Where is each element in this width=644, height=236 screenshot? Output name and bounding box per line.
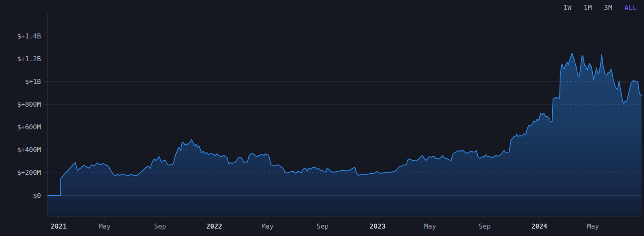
range-button-1m[interactable]: 1M [583,3,592,12]
x-axis-month-label: May [99,222,111,230]
y-axis-label: $+1.4B [17,32,41,40]
y-axis-label: $+800M [17,100,41,108]
plot-area[interactable] [48,13,642,217]
x-axis-month-label: Sep [154,222,166,230]
y-axis-label: $0 [33,192,41,200]
x-axis-year-label: 2024 [531,222,548,230]
x-axis-month-label: Sep [317,222,329,230]
y-axis-label: $+1B [25,78,41,86]
y-axis-label: $+1.2B [17,55,41,63]
range-button-3m[interactable]: 3M [603,3,613,12]
range-button-all[interactable]: ALL [624,3,637,12]
y-axis-label: $+400M [17,146,41,154]
range-selector: 1W1M3MALL [563,3,637,12]
y-axis-label: $+200M [17,169,41,176]
x-axis-month-label: May [261,222,273,230]
y-axis-label: $+600M [17,123,41,131]
x-axis-month-label: Sep [479,222,491,230]
x-axis-year-label: 2023 [370,222,386,230]
pnl-chart-panel: 1W1M3MALL $+1.4B$+1.2B$+1B$+800M$+600M$+… [0,0,644,236]
x-axis-year-label: 2022 [206,222,223,230]
chart-canvas[interactable]: $+1.4B$+1.2B$+1B$+800M$+600M$+400M$+200M… [0,0,644,236]
x-axis-month-label: May [587,222,599,230]
x-axis-month-label: May [424,222,436,230]
x-axis-year-label: 2021 [51,222,67,230]
range-button-1w[interactable]: 1W [563,3,572,12]
